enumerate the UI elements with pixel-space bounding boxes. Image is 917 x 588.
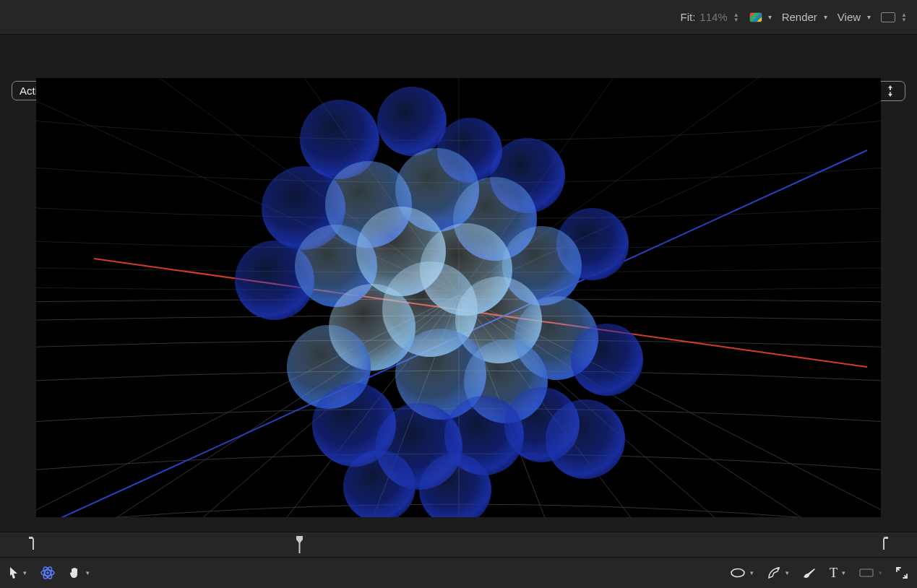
in-point-marker[interactable] [29,537,34,550]
fullscreen-toggle[interactable] [895,566,908,579]
fit-value: 114% [699,11,727,23]
chevron-down-icon: ▾ [86,569,90,576]
svg-point-57 [731,569,744,577]
chevron-down-icon: ▾ [824,13,827,21]
hand-tool[interactable]: ▾ [69,566,90,579]
fit-zoom-control[interactable]: Fit: 114% ▲▼ [680,11,739,23]
replicator-bubbles [235,87,643,517]
viewport-layout-icon [881,12,895,22]
select-tool[interactable]: ▾ [9,566,27,579]
svg-point-58 [777,567,779,569]
text-tool[interactable]: T ▾ [830,566,845,581]
play-range-strip[interactable] [0,532,917,558]
chevron-down-icon: ▾ [867,13,871,21]
expand-icon [895,566,908,579]
arrow-cursor-icon [9,566,19,579]
playhead[interactable] [296,536,303,553]
canvas-tools-toolbar: ▾ ▾ ▾ ▾ T ▾ [0,558,917,588]
svg-point-56 [46,571,49,574]
canvas-viewport[interactable] [36,78,881,517]
svg-point-42 [571,324,643,396]
shape-tool[interactable]: ▾ [730,568,754,578]
canvas-area: Active Camera ⌄ [0,35,917,532]
text-icon: T [830,566,838,581]
atom-icon [40,566,56,580]
scene-render [36,78,881,517]
hand-icon [69,566,82,579]
stepper-icon: ▲▼ [733,12,739,22]
rectangle-icon [858,568,874,578]
svg-rect-52 [298,542,300,553]
color-channels-menu[interactable]: ▾ [749,12,772,22]
chevron-down-icon: ▾ [879,569,882,576]
view-menu[interactable]: View ▾ [838,11,871,23]
brush-tool[interactable] [802,567,817,579]
viewer-top-toolbar: Fit: 114% ▲▼ ▾ Render ▾ View ▾ ▲▼ [0,0,917,35]
mask-tool: ▾ [858,568,882,578]
chevron-down-icon: ▾ [23,569,27,576]
ellipse-icon [730,568,746,578]
chevron-down-icon: ▾ [842,569,845,576]
chevron-down-icon: ▾ [785,569,789,576]
dolly-icon [885,85,895,98]
pen-icon [767,566,781,579]
render-menu[interactable]: Render ▾ [782,11,827,23]
brush-icon [802,567,817,579]
render-label: Render [782,11,817,23]
svg-point-4 [889,90,891,92]
color-swatch-icon [749,12,762,22]
fit-label: Fit: [680,11,695,23]
pen-tool[interactable]: ▾ [767,566,789,579]
svg-point-49 [546,399,625,479]
chevron-down-icon: ▾ [750,569,754,576]
chevron-down-icon: ▾ [768,13,772,21]
stepper-icon: ▲▼ [901,12,907,22]
svg-point-24 [377,87,447,156]
3d-transform-tool[interactable] [40,566,56,580]
view-label: View [838,11,861,23]
viewport-layout-menu[interactable]: ▲▼ [881,12,907,22]
svg-rect-59 [860,569,873,576]
out-point-marker[interactable] [883,537,888,550]
